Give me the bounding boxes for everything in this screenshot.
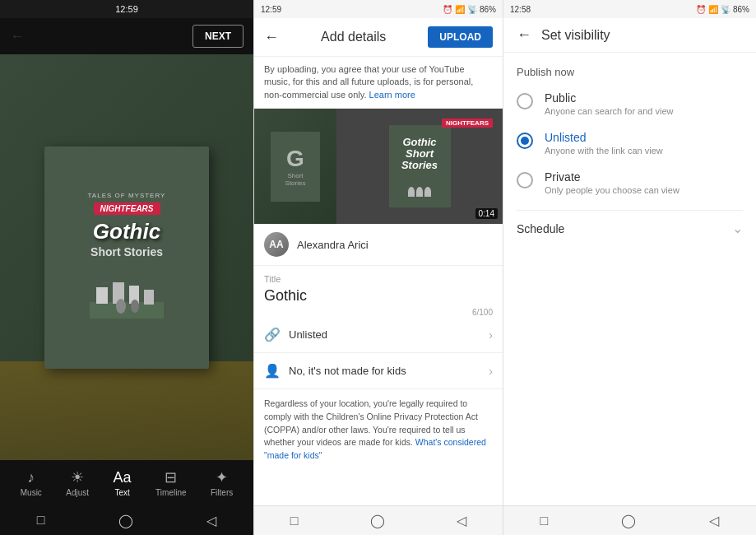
radio-option-public[interactable]: Public Anyone can search for and view xyxy=(517,91,743,116)
mid-status-icons: ⏰ 📶 📡 86% xyxy=(443,5,496,14)
unlisted-desc: Anyone with the link can view xyxy=(545,146,663,156)
right-nav-bar: □ ◯ ◁ xyxy=(503,505,756,535)
left-panel: ← NEXT TALES OF MYSTERY NIGHTFEARS Gothi… xyxy=(0,18,253,535)
right-time: 12:58 xyxy=(510,5,531,14)
radio-text-public: Public Anyone can search for and view xyxy=(545,91,674,116)
radio-option-private[interactable]: Private Only people you choose can view xyxy=(517,170,743,195)
wifi-icon-r: 📡 xyxy=(721,5,730,14)
author-row: AA Alexandra Arici xyxy=(254,224,503,266)
right-back-button[interactable]: ← xyxy=(517,26,531,44)
toolbar-filters[interactable]: ✦ Filters xyxy=(211,468,233,497)
nav-circle-right[interactable]: ◯ xyxy=(621,513,636,528)
nav-triangle-mid[interactable]: ◁ xyxy=(457,513,466,528)
middle-back-button[interactable]: ← xyxy=(264,29,279,46)
svg-rect-4 xyxy=(144,290,154,305)
middle-header: ← Add details UPLOAD xyxy=(254,18,503,57)
sim-icon: 📶 xyxy=(455,5,465,14)
nav-circle-left[interactable]: ◯ xyxy=(118,513,133,528)
middle-panel: ← Add details UPLOAD By uploading, you a… xyxy=(253,18,503,535)
thumb-letter: G xyxy=(286,146,304,172)
next-button[interactable]: NEXT xyxy=(192,25,243,48)
middle-title: Add details xyxy=(321,30,386,44)
timeline-icon: ⊟ xyxy=(165,468,177,486)
thumb-left: G ShortStories xyxy=(254,109,336,224)
thumb-book2: GothicShortStories xyxy=(389,125,451,207)
private-title: Private xyxy=(545,170,679,184)
mid-time: 12:59 xyxy=(261,5,281,14)
nav-circle-mid[interactable]: ◯ xyxy=(370,513,385,528)
audience-value: No, it's not made for kids xyxy=(289,365,489,377)
wood-bg xyxy=(0,361,253,460)
timeline-label: Timeline xyxy=(155,488,186,497)
right-title: Set visibility xyxy=(541,28,610,43)
text-label: Text xyxy=(114,488,129,497)
publish-label: Publish now xyxy=(517,66,743,78)
avatar: AA xyxy=(264,232,289,257)
back-button[interactable]: ← xyxy=(10,28,25,45)
svg-rect-1 xyxy=(96,287,108,304)
audience-row[interactable]: 👤 No, it's not made for kids › xyxy=(254,353,503,389)
schedule-chevron-icon: ⌄ xyxy=(732,221,743,236)
adjust-label: Adjust xyxy=(66,488,89,497)
filters-label: Filters xyxy=(211,488,233,497)
char-count: 6/100 xyxy=(254,308,503,317)
status-bar-mid: 12:59 ⏰ 📶 📡 86% xyxy=(253,0,503,18)
nav-triangle-right[interactable]: ◁ xyxy=(709,513,719,528)
sim-icon-r: 📶 xyxy=(708,5,718,14)
book-image-area: TALES OF MYSTERY NIGHTFEARS Gothic Short… xyxy=(0,54,253,460)
thumb-book-mini: G ShortStories xyxy=(271,132,320,202)
book-title-line1: Gothic xyxy=(93,220,160,244)
book-cover: TALES OF MYSTERY NIGHTFEARS Gothic Short… xyxy=(44,147,209,369)
radio-text-unlisted: Unlisted Anyone with the link can view xyxy=(545,131,663,156)
alarm-icon-r: ⏰ xyxy=(696,5,706,14)
public-desc: Anyone can search for and view xyxy=(545,106,674,116)
thumb-nightfears-badge: NIGHTFEARS xyxy=(442,119,493,128)
toolbar-adjust[interactable]: ☀ Adjust xyxy=(66,468,89,497)
upload-button[interactable]: UPLOAD xyxy=(428,26,493,48)
text-icon: Aa xyxy=(114,469,132,486)
music-label: Music xyxy=(21,488,42,497)
editor-header: ← NEXT xyxy=(0,18,253,54)
book-series: TALES OF MYSTERY xyxy=(88,192,166,199)
schedule-label: Schedule xyxy=(517,222,564,235)
battery-mid: 86% xyxy=(480,5,496,14)
nav-square-right[interactable]: □ xyxy=(540,514,549,528)
left-time: 12:59 xyxy=(115,4,138,14)
private-desc: Only people you choose can view xyxy=(545,185,679,195)
video-thumbnail: G ShortStories NIGHTFEARS GothicShortSto… xyxy=(254,109,503,224)
radio-circle-public xyxy=(517,93,533,109)
title-value[interactable]: Gothic xyxy=(264,287,493,305)
thumb-sub: ShortStories xyxy=(285,172,306,187)
thumb-grave-3 xyxy=(424,187,431,197)
visibility-row[interactable]: 🔗 Unlisted › xyxy=(254,317,503,353)
svg-point-6 xyxy=(131,300,139,313)
thumb-grave-1 xyxy=(408,187,415,197)
title-section: Title Gothic xyxy=(254,266,503,308)
radio-circle-unlisted xyxy=(517,133,533,149)
learn-more-link[interactable]: Learn more xyxy=(369,90,415,100)
duration-badge: 0:14 xyxy=(475,208,498,219)
visibility-value: Unlisted xyxy=(289,328,489,341)
book-title-line2: Short Stories xyxy=(90,245,163,258)
radio-option-unlisted[interactable]: Unlisted Anyone with the link can view xyxy=(517,131,743,156)
toolbar-timeline[interactable]: ⊟ Timeline xyxy=(155,468,186,497)
unlisted-title: Unlisted xyxy=(545,131,663,144)
dual-status-bar: 12:59 12:59 ⏰ 📶 📡 86% 12:58 ⏰ 📶 📡 86% xyxy=(0,0,756,18)
people-icon: 👤 xyxy=(264,363,281,379)
filters-icon: ✦ xyxy=(216,468,228,486)
right-status-icons: ⏰ 📶 📡 86% xyxy=(696,5,749,14)
right-content: Publish now Public Anyone can search for… xyxy=(503,53,756,505)
public-title: Public xyxy=(545,91,674,105)
thumb-grave-2 xyxy=(416,187,423,197)
schedule-row[interactable]: Schedule ⌄ xyxy=(517,210,743,246)
toolbar-music[interactable]: ♪ Music xyxy=(21,469,42,497)
nav-square-mid[interactable]: □ xyxy=(290,514,299,528)
middle-nav-bar: □ ◯ ◁ xyxy=(254,505,503,535)
alarm-icon: ⏰ xyxy=(443,5,452,14)
nav-triangle-left[interactable]: ◁ xyxy=(206,513,216,528)
nav-square-left[interactable]: □ xyxy=(37,513,45,528)
author-name: Alexandra Arici xyxy=(297,239,369,251)
right-header: ← Set visibility xyxy=(503,18,756,53)
right-panel: ← Set visibility Publish now Public Anyo… xyxy=(503,18,756,535)
toolbar-text[interactable]: Aa Text xyxy=(114,469,132,497)
